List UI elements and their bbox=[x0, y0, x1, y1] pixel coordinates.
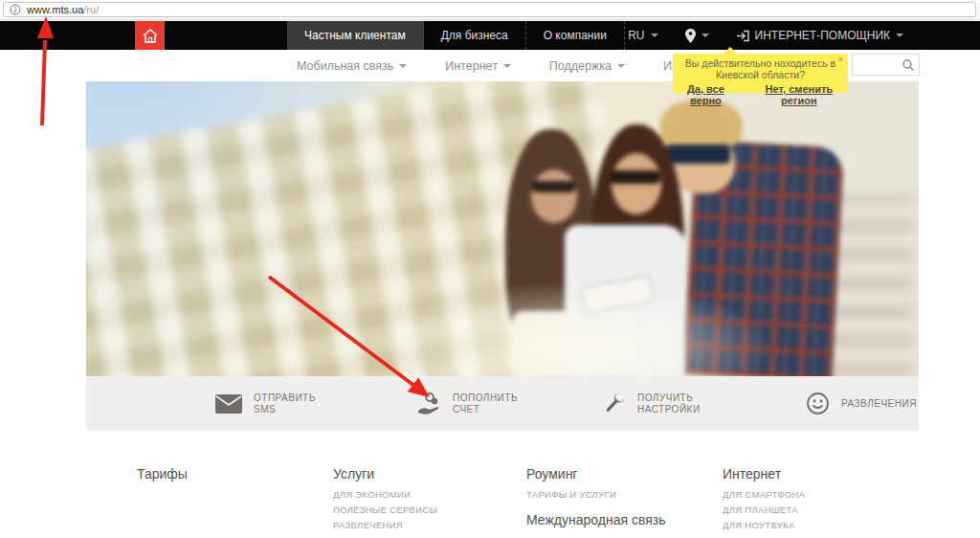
pin-icon bbox=[685, 29, 696, 43]
man-sunglasses bbox=[665, 145, 730, 164]
region-selector[interactable] bbox=[685, 29, 709, 43]
top-up-account-action[interactable]: ПОПОЛНИТЬ СЧЕТ bbox=[416, 376, 518, 431]
get-settings-action[interactable]: ПОЛУЧИТЬ НАСТРОЙКИ bbox=[601, 376, 701, 431]
search-box bbox=[852, 54, 920, 76]
footer-link[interactable]: ДЛЯ НОУТБУКА bbox=[723, 520, 805, 530]
footer-heading-roaming[interactable]: Роуминг bbox=[526, 466, 666, 482]
woman2-sunglasses bbox=[610, 170, 660, 184]
info-icon[interactable] bbox=[10, 4, 21, 15]
home-button[interactable] bbox=[135, 21, 165, 50]
footer-link[interactable]: ПОЛЕЗНЫЕ СЕРВИСЫ bbox=[333, 504, 439, 515]
footer-heading-international[interactable]: Международная связь bbox=[526, 512, 666, 527]
subnav-item-label: Мобильная связь bbox=[297, 59, 393, 73]
coins-hand-icon bbox=[416, 392, 441, 416]
caret-down-icon bbox=[617, 64, 625, 68]
send-sms-action[interactable]: ОТПРАВИТЬ SMS bbox=[215, 376, 316, 431]
footer-heading-tariffs[interactable]: Тарифы bbox=[137, 466, 188, 482]
caret-down-icon bbox=[702, 34, 709, 37]
tooltip-links: Да, все верно Нет, сменить регион bbox=[673, 83, 848, 106]
language-label: RU bbox=[628, 29, 644, 42]
entertainment-action[interactable]: РАЗВЛЕЧЕНИЯ bbox=[806, 376, 917, 431]
subnav-item-mobile[interactable]: Мобильная связь bbox=[297, 59, 407, 73]
action-label: ПОПОЛНИТЬ СЧЕТ bbox=[453, 392, 518, 415]
search-input[interactable] bbox=[856, 56, 902, 74]
tab-private-clients[interactable]: Частным клиентам bbox=[287, 21, 424, 50]
browser-address-bar: www.mts.ua/ru/ bbox=[0, 0, 980, 20]
woman1-sunglasses bbox=[532, 181, 575, 192]
caret-down-icon bbox=[896, 34, 903, 37]
language-selector[interactable]: RU bbox=[628, 29, 657, 42]
action-label: ОТПРАВИТЬ SMS bbox=[254, 392, 316, 415]
region-confirm-link[interactable]: Да, все верно bbox=[673, 83, 739, 106]
caret-down-icon bbox=[503, 64, 511, 68]
tab-about-company[interactable]: О компании bbox=[526, 21, 625, 50]
footer-link[interactable]: ТАРИФЫ И УСЛУГИ bbox=[526, 489, 666, 500]
wrench-icon bbox=[601, 392, 626, 416]
tooltip-pointer bbox=[724, 47, 737, 54]
footer-col-services: Услуги ДЛЯ ЭКОНОМИИ ПОЛЕЗНЫЕ СЕРВИСЫ РАЗ… bbox=[333, 466, 439, 538]
url-box[interactable]: www.mts.ua/ru/ bbox=[3, 2, 976, 17]
hero-glow bbox=[373, 280, 775, 376]
subnav-item-label: Интернет bbox=[445, 59, 498, 73]
subnav-item-support[interactable]: Поддержка bbox=[549, 59, 625, 73]
hero-photo bbox=[86, 81, 919, 376]
envelope-icon bbox=[215, 394, 242, 414]
region-tooltip: × Вы действительно находитесь в Киевской… bbox=[673, 54, 848, 93]
caret-down-icon bbox=[651, 34, 658, 37]
woman1-face bbox=[531, 169, 577, 223]
footer-link[interactable]: ДЛЯ ПЛАНШЕТА bbox=[723, 504, 805, 515]
topbar: Частным клиентам Для бизнеса О компании … bbox=[0, 21, 980, 50]
topbar-tabs: Частным клиентам Для бизнеса О компании bbox=[287, 21, 625, 50]
subnav-item-label: Поддержка bbox=[549, 59, 612, 73]
mts-homepage: www.mts.ua/ru/ Частным клиентам Для бизн… bbox=[0, 0, 980, 538]
footer-col-tariffs: Тарифы bbox=[137, 466, 188, 489]
search-icon[interactable] bbox=[902, 58, 915, 72]
quick-actions-bar: ОТПРАВИТЬ SMS ПОПОЛНИТЬ СЧЕТ bbox=[86, 376, 919, 431]
tooltip-question-line1: Вы действительно находитесь в bbox=[673, 57, 848, 69]
tab-business[interactable]: Для бизнеса bbox=[424, 21, 526, 50]
footer-link[interactable]: ДЛЯ СМАРТФОНА bbox=[723, 489, 805, 500]
tooltip-question-line2: Киевской области? bbox=[673, 69, 848, 80]
caret-down-icon bbox=[399, 64, 407, 68]
smiley-icon bbox=[806, 392, 830, 415]
url-path: /ru/ bbox=[83, 4, 99, 15]
home-icon bbox=[142, 28, 159, 44]
internet-assistant-menu[interactable]: ИНТЕРНЕТ-ПОМОЩНИК bbox=[736, 29, 903, 42]
footer-heading-internet[interactable]: Интернет bbox=[723, 466, 805, 482]
footer-link[interactable]: ДЛЯ ЭКОНОМИИ bbox=[333, 489, 439, 500]
topbar-right: RU ИНТЕРНЕТ-ПОМОЩНИК bbox=[628, 21, 903, 50]
subnav-item-internet[interactable]: Интернет bbox=[445, 59, 511, 73]
close-icon[interactable]: × bbox=[838, 55, 843, 64]
action-label: ПОЛУЧИТЬ НАСТРОЙКИ bbox=[637, 392, 701, 415]
url-host: www.mts.ua bbox=[27, 4, 83, 15]
woman2-face bbox=[612, 153, 661, 214]
footer-col-internet: Интернет ДЛЯ СМАРТФОНА ДЛЯ ПЛАНШЕТА ДЛЯ … bbox=[723, 466, 805, 535]
region-change-link[interactable]: Нет, сменить регион bbox=[750, 83, 848, 106]
footer-col-roaming: Роуминг ТАРИФЫ И УСЛУГИ Международная св… bbox=[526, 466, 666, 538]
login-icon bbox=[736, 30, 749, 42]
action-label: РАЗВЛЕЧЕНИЯ bbox=[841, 398, 917, 410]
internet-assistant-label: ИНТЕРНЕТ-ПОМОЩНИК bbox=[755, 29, 890, 42]
footer-heading-services[interactable]: Услуги bbox=[333, 466, 439, 482]
footer-link[interactable]: РАЗВЛЕЧЕНИЯ bbox=[333, 520, 439, 530]
url-text[interactable]: www.mts.ua/ru/ bbox=[27, 4, 99, 15]
